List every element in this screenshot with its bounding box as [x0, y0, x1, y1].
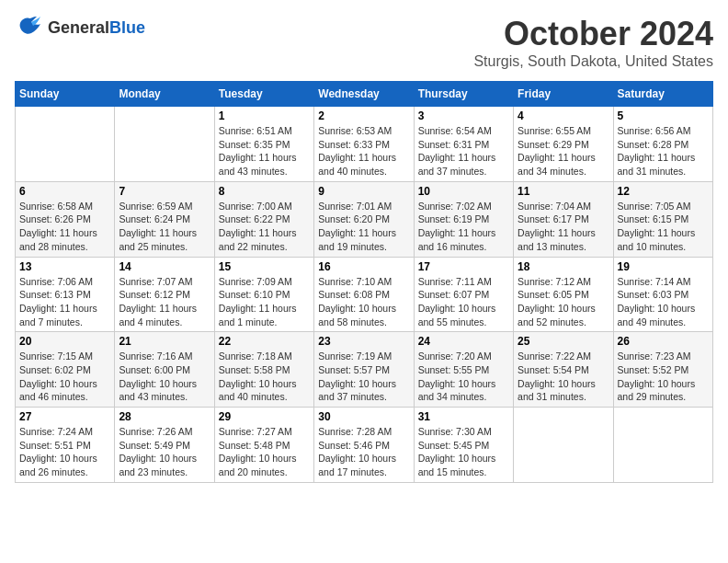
day-info: Sunrise: 7:09 AM Sunset: 6:10 PM Dayligh… — [219, 275, 310, 329]
calendar-cell: 22Sunrise: 7:18 AM Sunset: 5:58 PM Dayli… — [214, 332, 313, 408]
calendar-cell: 16Sunrise: 7:10 AM Sunset: 6:08 PM Dayli… — [314, 257, 414, 332]
title-block: October 2024 Sturgis, South Dakota, Unit… — [473, 15, 713, 70]
day-number: 17 — [418, 260, 509, 273]
day-number: 5 — [618, 109, 709, 122]
day-info: Sunrise: 7:24 AM Sunset: 5:51 PM Dayligh… — [19, 425, 110, 479]
day-info: Sunrise: 7:00 AM Sunset: 6:22 PM Dayligh… — [219, 200, 310, 254]
day-number: 22 — [219, 335, 310, 348]
day-number: 10 — [418, 185, 509, 198]
day-number: 20 — [19, 335, 110, 348]
day-number: 8 — [219, 185, 310, 198]
day-number: 7 — [119, 185, 210, 198]
day-number: 16 — [318, 260, 409, 273]
calendar-cell: 12Sunrise: 7:05 AM Sunset: 6:15 PM Dayli… — [613, 181, 712, 257]
day-info: Sunrise: 7:01 AM Sunset: 6:20 PM Dayligh… — [318, 200, 409, 254]
calendar-cell: 3Sunrise: 6:54 AM Sunset: 6:31 PM Daylig… — [414, 107, 513, 182]
day-info: Sunrise: 6:56 AM Sunset: 6:28 PM Dayligh… — [618, 124, 709, 178]
calendar-cell: 11Sunrise: 7:04 AM Sunset: 6:17 PM Dayli… — [514, 181, 613, 257]
calendar-cell: 21Sunrise: 7:16 AM Sunset: 6:00 PM Dayli… — [115, 332, 214, 408]
logo-text: GeneralBlue — [48, 18, 145, 38]
day-number: 30 — [318, 410, 409, 423]
calendar-cell: 15Sunrise: 7:09 AM Sunset: 6:10 PM Dayli… — [214, 257, 313, 332]
day-info: Sunrise: 7:02 AM Sunset: 6:19 PM Dayligh… — [418, 200, 509, 254]
day-info: Sunrise: 7:14 AM Sunset: 6:03 PM Dayligh… — [618, 275, 709, 329]
logo-blue: Blue — [109, 18, 145, 37]
day-info: Sunrise: 7:07 AM Sunset: 6:12 PM Dayligh… — [119, 275, 210, 329]
logo-general: General — [48, 18, 109, 37]
month-title: October 2024 — [473, 15, 713, 53]
calendar-cell: 8Sunrise: 7:00 AM Sunset: 6:22 PM Daylig… — [214, 181, 313, 257]
calendar-cell: 25Sunrise: 7:22 AM Sunset: 5:54 PM Dayli… — [514, 332, 613, 408]
calendar-cell: 20Sunrise: 7:15 AM Sunset: 6:02 PM Dayli… — [16, 332, 115, 408]
calendar-cell: 26Sunrise: 7:23 AM Sunset: 5:52 PM Dayli… — [613, 332, 712, 408]
calendar-cell: 17Sunrise: 7:11 AM Sunset: 6:07 PM Dayli… — [414, 257, 513, 332]
calendar-cell: 13Sunrise: 7:06 AM Sunset: 6:13 PM Dayli… — [16, 257, 115, 332]
calendar-cell — [514, 408, 613, 483]
calendar-table: SundayMondayTuesdayWednesdayThursdayFrid… — [15, 81, 713, 483]
calendar-cell: 1Sunrise: 6:51 AM Sunset: 6:35 PM Daylig… — [214, 107, 313, 182]
calendar-cell: 10Sunrise: 7:02 AM Sunset: 6:19 PM Dayli… — [414, 181, 513, 257]
calendar-cell — [115, 107, 214, 182]
calendar-cell: 7Sunrise: 6:59 AM Sunset: 6:24 PM Daylig… — [115, 181, 214, 257]
day-number: 4 — [518, 109, 609, 122]
day-number: 21 — [119, 335, 210, 348]
day-number: 18 — [518, 260, 609, 273]
day-number: 11 — [518, 185, 609, 198]
weekday-header-saturday: Saturday — [613, 82, 712, 107]
day-info: Sunrise: 7:30 AM Sunset: 5:45 PM Dayligh… — [418, 425, 509, 479]
day-info: Sunrise: 6:53 AM Sunset: 6:33 PM Dayligh… — [318, 124, 409, 178]
location-title: Sturgis, South Dakota, United States — [473, 53, 713, 70]
calendar-cell: 4Sunrise: 6:55 AM Sunset: 6:29 PM Daylig… — [514, 107, 613, 182]
day-info: Sunrise: 7:11 AM Sunset: 6:07 PM Dayligh… — [418, 275, 509, 329]
calendar-header-row: SundayMondayTuesdayWednesdayThursdayFrid… — [16, 82, 713, 107]
calendar-cell: 18Sunrise: 7:12 AM Sunset: 6:05 PM Dayli… — [514, 257, 613, 332]
day-number: 9 — [318, 185, 409, 198]
day-info: Sunrise: 6:51 AM Sunset: 6:35 PM Dayligh… — [219, 124, 310, 178]
calendar-cell: 27Sunrise: 7:24 AM Sunset: 5:51 PM Dayli… — [16, 408, 115, 483]
day-info: Sunrise: 6:55 AM Sunset: 6:29 PM Dayligh… — [518, 124, 609, 178]
weekday-header-sunday: Sunday — [16, 82, 115, 107]
day-number: 6 — [19, 185, 110, 198]
page-header: GeneralBlue October 2024 Sturgis, South … — [15, 15, 713, 70]
day-number: 14 — [119, 260, 210, 273]
calendar-week-row: 27Sunrise: 7:24 AM Sunset: 5:51 PM Dayli… — [16, 408, 713, 483]
calendar-cell: 24Sunrise: 7:20 AM Sunset: 5:55 PM Dayli… — [414, 332, 513, 408]
day-info: Sunrise: 7:05 AM Sunset: 6:15 PM Dayligh… — [618, 200, 709, 254]
calendar-cell: 14Sunrise: 7:07 AM Sunset: 6:12 PM Dayli… — [115, 257, 214, 332]
day-number: 27 — [19, 410, 110, 423]
weekday-header-monday: Monday — [115, 82, 214, 107]
calendar-cell: 30Sunrise: 7:28 AM Sunset: 5:46 PM Dayli… — [314, 408, 414, 483]
day-info: Sunrise: 7:27 AM Sunset: 5:48 PM Dayligh… — [219, 425, 310, 479]
calendar-cell: 29Sunrise: 7:27 AM Sunset: 5:48 PM Dayli… — [214, 408, 313, 483]
day-info: Sunrise: 7:12 AM Sunset: 6:05 PM Dayligh… — [518, 275, 609, 329]
calendar-cell: 5Sunrise: 6:56 AM Sunset: 6:28 PM Daylig… — [613, 107, 712, 182]
logo-bird-icon — [15, 15, 44, 40]
day-info: Sunrise: 6:58 AM Sunset: 6:26 PM Dayligh… — [19, 200, 110, 254]
day-info: Sunrise: 6:59 AM Sunset: 6:24 PM Dayligh… — [119, 200, 210, 254]
calendar-week-row: 13Sunrise: 7:06 AM Sunset: 6:13 PM Dayli… — [16, 257, 713, 332]
day-info: Sunrise: 7:28 AM Sunset: 5:46 PM Dayligh… — [318, 425, 409, 479]
day-info: Sunrise: 7:15 AM Sunset: 6:02 PM Dayligh… — [19, 350, 110, 404]
day-number: 12 — [618, 185, 709, 198]
calendar-cell: 28Sunrise: 7:26 AM Sunset: 5:49 PM Dayli… — [115, 408, 214, 483]
day-info: Sunrise: 7:16 AM Sunset: 6:00 PM Dayligh… — [119, 350, 210, 404]
day-info: Sunrise: 7:22 AM Sunset: 5:54 PM Dayligh… — [518, 350, 609, 404]
day-number: 3 — [418, 109, 509, 122]
calendar-cell: 19Sunrise: 7:14 AM Sunset: 6:03 PM Dayli… — [613, 257, 712, 332]
day-number: 25 — [518, 335, 609, 348]
calendar-cell — [613, 408, 712, 483]
day-info: Sunrise: 7:10 AM Sunset: 6:08 PM Dayligh… — [318, 275, 409, 329]
day-number: 23 — [318, 335, 409, 348]
weekday-header-thursday: Thursday — [414, 82, 513, 107]
calendar-cell: 31Sunrise: 7:30 AM Sunset: 5:45 PM Dayli… — [414, 408, 513, 483]
day-number: 28 — [119, 410, 210, 423]
calendar-cell: 2Sunrise: 6:53 AM Sunset: 6:33 PM Daylig… — [314, 107, 414, 182]
calendar-week-row: 20Sunrise: 7:15 AM Sunset: 6:02 PM Dayli… — [16, 332, 713, 408]
day-info: Sunrise: 7:06 AM Sunset: 6:13 PM Dayligh… — [19, 275, 110, 329]
day-number: 19 — [618, 260, 709, 273]
weekday-header-tuesday: Tuesday — [214, 82, 313, 107]
logo: GeneralBlue — [15, 15, 145, 40]
calendar-cell: 23Sunrise: 7:19 AM Sunset: 5:57 PM Dayli… — [314, 332, 414, 408]
day-number: 13 — [19, 260, 110, 273]
day-info: Sunrise: 7:26 AM Sunset: 5:49 PM Dayligh… — [119, 425, 210, 479]
